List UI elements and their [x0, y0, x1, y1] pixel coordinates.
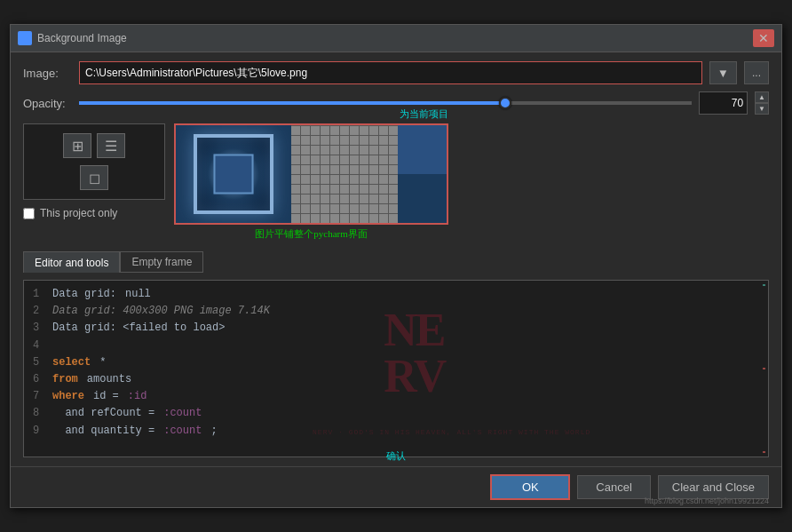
scroll-tick-red-2: [763, 451, 765, 453]
align-tile-button[interactable]: ☰: [97, 133, 125, 158]
code-line-2: 2 Data grid: 400x300 PNG image 7.14K: [33, 303, 759, 320]
preview-extra: [398, 125, 447, 223]
align-row-bottom: ◻: [80, 165, 108, 190]
project-only-row: This project only: [23, 205, 165, 221]
align-panel: ⊞ ☰ ◻: [23, 123, 165, 200]
dialog-icon: [18, 31, 32, 45]
ok-annotation: 确认: [386, 449, 406, 463]
code-line-5: 5 select *: [33, 354, 759, 371]
code-line-6: 6 from amounts: [33, 371, 759, 388]
background-image-dialog: Background Image ✕ Image: ▼ ... Opacity:…: [10, 24, 782, 508]
footer-url: https://blog.csdn.net/john19921224: [645, 496, 769, 505]
title-bar-left: Background Image: [18, 31, 127, 45]
code-line-1: 1 Data grid: null: [33, 286, 759, 303]
image-browse-button[interactable]: ...: [744, 61, 769, 84]
align-center-button[interactable]: ◻: [80, 165, 108, 190]
image-dropdown-button[interactable]: ▼: [709, 61, 737, 84]
code-editor[interactable]: 1 Data grid: null 2 Data grid: 400x300 P…: [23, 280, 769, 457]
tab-empty-frame[interactable]: Empty frame: [120, 251, 203, 273]
opacity-slider[interactable]: [79, 101, 692, 105]
project-only-label: This project only: [40, 207, 117, 219]
opacity-row: Opacity: ▲ ▼: [23, 91, 769, 115]
opacity-decrement-button[interactable]: ▼: [755, 103, 769, 115]
opacity-stepper: ▲ ▼: [755, 91, 769, 115]
opacity-increment-button[interactable]: ▲: [755, 91, 769, 103]
cancel-button[interactable]: Cancel: [577, 475, 650, 499]
tab-editor-and-tools[interactable]: Editor and tools: [23, 251, 120, 273]
close-button[interactable]: ✕: [753, 29, 774, 47]
preview-extra-bottom: [398, 174, 447, 223]
align-stretch-button[interactable]: ⊞: [63, 133, 91, 158]
ok-button[interactable]: OK: [490, 474, 570, 500]
code-line-7: 7 where id = :id: [33, 388, 759, 405]
scroll-indicator[interactable]: [761, 281, 766, 457]
preview-extra-top: [398, 125, 447, 174]
left-controls: ⊞ ☰ ◻ This project only: [23, 123, 165, 221]
opacity-slider-container: [79, 101, 692, 105]
annotation-preview: 图片平铺整个pycharm界面: [174, 227, 448, 241]
code-line-9: 9 and quantity = :count;: [33, 423, 759, 440]
title-bar: Background Image ✕: [11, 25, 781, 52]
code-line-4: 4: [33, 337, 759, 354]
preview-pattern: [291, 125, 398, 223]
dialog-body: Image: ▼ ... Opacity: ▲ ▼ ⊞: [11, 52, 781, 466]
code-line-3: 3 Data grid: <failed to load>: [33, 320, 759, 337]
image-path-input[interactable]: [79, 61, 702, 84]
preview-section: ⊞ ☰ ◻ This project only 为当前项目: [23, 123, 769, 241]
image-label: Image:: [23, 67, 72, 80]
opacity-label: Opacity:: [23, 97, 72, 110]
footer: 确认 OK Cancel Clear and Close https://blo…: [11, 466, 781, 507]
annotation-top: 为当前项目: [400, 107, 448, 121]
preview-area: 为当前项目: [174, 123, 448, 241]
image-row: Image: ▼ ...: [23, 61, 769, 84]
preview-inner-square: [214, 155, 254, 195]
preview-outer-square: [194, 134, 273, 214]
scroll-tick-green: [763, 284, 765, 286]
scroll-tick-red: [763, 368, 765, 369]
clear-and-close-button[interactable]: Clear and Close: [658, 475, 769, 499]
preview-main: [176, 125, 291, 223]
align-row-top: ⊞ ☰: [63, 133, 125, 158]
opacity-value-input[interactable]: [699, 91, 748, 115]
code-line-8: 8 and refCount = :count: [33, 405, 759, 422]
preview-images: [174, 123, 448, 225]
project-only-checkbox[interactable]: [23, 208, 35, 219]
tabs-row: Editor and tools Empty frame: [23, 251, 769, 273]
dialog-title: Background Image: [37, 32, 127, 44]
